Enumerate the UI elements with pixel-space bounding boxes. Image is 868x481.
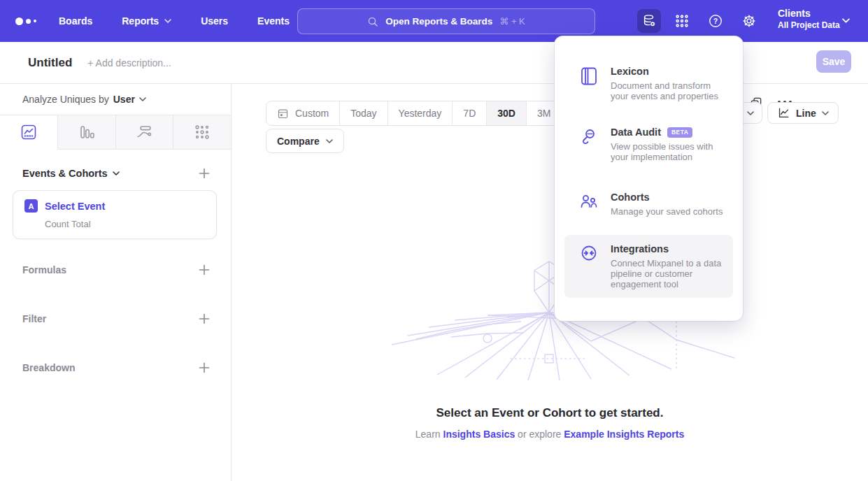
help-button[interactable]: ? [704, 9, 727, 33]
data-audit-title: Data Audit [611, 127, 661, 138]
add-breakdown-button[interactable] [199, 362, 210, 373]
empty-state-links: Learn Insights Basics or explore Example… [232, 429, 868, 440]
bar-chart-icon [78, 124, 95, 141]
save-button[interactable]: Save [816, 50, 851, 73]
filter-section: Filter [0, 313, 231, 324]
lexicon-description: Document and transform your events and p… [611, 80, 723, 101]
data-management-button[interactable] [637, 9, 661, 33]
search-shortcut: ⌘ + K [499, 16, 525, 27]
learn-prefix: Learn [415, 429, 441, 440]
select-event-button[interactable]: Select Event [45, 201, 105, 212]
tab-line-chart[interactable] [0, 115, 57, 149]
chart-type-tabs [0, 115, 231, 150]
chevron-down-icon [326, 139, 333, 143]
range-7d[interactable]: 7D [452, 101, 486, 125]
nav-item-events[interactable]: Events [257, 15, 290, 27]
settings-button[interactable] [737, 9, 761, 33]
lexicon-book-icon [580, 66, 598, 86]
database-gear-icon [641, 13, 657, 29]
project-scope: All Project Data [778, 20, 840, 30]
add-filter-button[interactable] [199, 313, 210, 324]
menu-item-integrations[interactable]: Integrations Connect Mixpanel to a data … [564, 235, 733, 298]
nav-item-reports-label: Reports [122, 15, 159, 27]
search-icon [367, 16, 378, 27]
chart-type-dropdown[interactable]: Line [767, 102, 839, 124]
range-yesterday[interactable]: Yesterday [387, 101, 453, 125]
integrations-description: Connect Mixpanel to a data pipeline or c… [611, 258, 723, 289]
search-placeholder: Open Reports & Boards [385, 16, 492, 27]
chevron-down-icon [164, 19, 171, 23]
date-range-control: Custom Today Yesterday 7D 30D 3M 6M [266, 101, 597, 126]
breakdown-section: Breakdown [0, 362, 231, 373]
beta-badge: BETA [667, 127, 693, 138]
plus-icon [199, 362, 210, 373]
add-formula-button[interactable] [199, 264, 210, 275]
plus-icon [199, 313, 210, 324]
cohorts-title: Cohorts [611, 192, 650, 203]
tab-metrics-grid[interactable] [173, 115, 231, 149]
breakdown-label: Breakdown [22, 362, 75, 373]
cohorts-people-icon [580, 192, 598, 210]
svg-text:?: ? [713, 17, 718, 25]
nav-items: Boards Reports Users Events [59, 15, 290, 27]
menu-item-lexicon[interactable]: Lexicon Document and transform your even… [564, 57, 733, 110]
events-cohorts-header: Events & Cohorts [0, 168, 231, 179]
data-audit-icon [580, 127, 598, 145]
chart-type-label: Line [796, 108, 816, 119]
data-audit-description: View possible issues with your implement… [611, 141, 723, 162]
menu-item-cohorts[interactable]: Cohorts Manage your saved cohorts [564, 183, 733, 225]
empty-state-heading: Select an Event or Cohort to get started… [232, 406, 868, 420]
nav-item-reports[interactable]: Reports [122, 15, 171, 27]
tab-bar-chart[interactable] [57, 115, 115, 149]
analyze-label: Analyze Uniques by [22, 94, 109, 105]
help-icon: ? [708, 13, 723, 29]
chevron-down-icon [113, 171, 120, 175]
chevron-down-icon [747, 111, 754, 115]
range-30d[interactable]: 30D [486, 101, 526, 125]
report-description-field[interactable]: + Add description... [87, 57, 171, 69]
top-nav: Boards Reports Users Events Open Reports… [0, 0, 868, 42]
range-today[interactable]: Today [339, 101, 387, 125]
mixpanel-app: Boards Reports Users Events Open Reports… [0, 0, 868, 481]
data-management-menu: Lexicon Document and transform your even… [555, 36, 743, 321]
apps-grid-button[interactable] [670, 9, 694, 33]
dots-grid-icon [194, 124, 211, 141]
lexicon-title: Lexicon [611, 66, 649, 77]
tab-flow-chart[interactable] [115, 115, 173, 149]
formulas-section: Formulas [0, 264, 231, 275]
event-card[interactable]: A Select Event Count Total [13, 190, 217, 239]
nav-item-boards[interactable]: Boards [59, 15, 92, 27]
nav-item-users[interactable]: Users [201, 15, 228, 27]
plus-icon [199, 264, 210, 275]
events-cohorts-toggle[interactable]: Events & Cohorts [22, 168, 120, 179]
line-chart-icon [777, 106, 790, 120]
integrations-sync-icon [580, 244, 598, 262]
menu-item-data-audit[interactable]: Data Audit BETA View possible issues wit… [564, 118, 733, 171]
events-cohorts-title: Events & Cohorts [22, 168, 108, 179]
line-chart-icon [20, 124, 37, 141]
event-badge: A [24, 199, 38, 213]
range-custom[interactable]: Custom [266, 101, 339, 125]
analyze-value: User [113, 94, 135, 105]
project-name: Clients [778, 8, 840, 19]
analyze-value-dropdown[interactable]: User [113, 94, 146, 105]
calendar-icon [277, 108, 289, 120]
project-selector[interactable]: Clients All Project Data [778, 8, 840, 30]
compare-label: Compare [277, 136, 320, 147]
example-insights-reports-link[interactable]: Example Insights Reports [564, 429, 684, 440]
event-aggregation-selector[interactable]: Count Total [45, 219, 205, 229]
report-title[interactable]: Untitled [28, 56, 72, 70]
search-input[interactable]: Open Reports & Boards ⌘ + K [297, 8, 595, 34]
analyze-row: Analyze Uniques by User [0, 84, 231, 115]
range-custom-label: Custom [295, 108, 329, 119]
or-explore-text: or explore [518, 429, 561, 440]
add-event-button[interactable] [199, 168, 210, 179]
filter-label: Filter [22, 313, 46, 324]
gear-icon [741, 13, 757, 29]
apps-grid-icon [674, 13, 690, 29]
chevron-down-icon [822, 111, 829, 115]
insights-basics-link[interactable]: Insights Basics [443, 429, 515, 440]
mixpanel-logo-icon[interactable] [15, 17, 43, 25]
compare-dropdown[interactable]: Compare [266, 129, 344, 153]
integrations-title: Integrations [611, 243, 669, 254]
